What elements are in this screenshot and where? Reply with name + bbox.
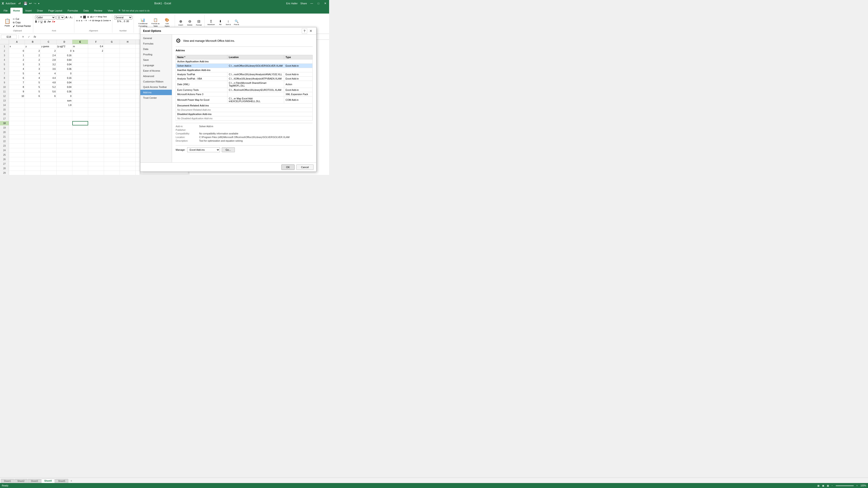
col-header-C[interactable]: C [41,40,57,44]
cell-B20[interactable] [25,130,41,134]
cell-E1[interactable]: m [72,44,88,48]
cell-I14[interactable] [135,103,140,107]
cell-D12[interactable]: 0 [57,94,72,98]
cell-I6[interactable] [135,67,140,71]
cell-E5[interactable] [72,62,88,67]
border-btn[interactable]: ⊞ [44,20,46,23]
cell-D26[interactable] [57,157,72,162]
cell-H16[interactable] [120,112,135,116]
sidebar-item-data[interactable]: Data [141,46,172,52]
cell-I4[interactable] [135,58,140,62]
cell-E13[interactable] [72,98,88,103]
cell-H21[interactable] [120,135,135,139]
cell-G2[interactable] [104,49,120,53]
cell-I25[interactable] [135,153,140,157]
bold-btn[interactable]: B [35,20,37,23]
cell-G27[interactable] [104,162,120,166]
cell-B8[interactable]: 4 [25,76,41,80]
cell-A21[interactable] [9,135,25,139]
cell-G21[interactable] [104,135,120,139]
cell-F7[interactable] [88,71,104,76]
cell-A20[interactable] [9,130,25,134]
cell-A28[interactable] [9,166,25,170]
cell-I1[interactable] [135,44,140,48]
cell-E3[interactable] [72,53,88,58]
comma-btn[interactable]: , [122,20,123,23]
cell-H23[interactable] [120,144,135,148]
cell-C9[interactable]: 4.8 [41,80,57,85]
cell-F15[interactable] [88,107,104,112]
cell-B24[interactable] [25,148,41,153]
cell-F6[interactable] [88,67,104,71]
col-header-B[interactable]: B [25,40,41,44]
col-header-H[interactable]: H [120,40,135,44]
cell-H12[interactable] [120,94,135,98]
ok-button[interactable]: OK [281,164,294,170]
cell-G8[interactable] [104,76,120,80]
cell-B10[interactable]: 5 [25,85,41,89]
table-row[interactable]: Microsoft Power Map for Excel C:\...er M… [176,96,313,103]
cell-H13[interactable] [120,98,135,103]
tab-file[interactable]: File [1,8,10,13]
cell-C21[interactable] [41,135,57,139]
cell-E15[interactable] [72,107,88,112]
cell-D24[interactable] [57,148,72,153]
cell-C17[interactable] [41,117,57,121]
cell-I20[interactable] [135,130,140,134]
cell-C19[interactable] [41,126,57,130]
sidebar-item-trust[interactable]: Trust Center [141,95,172,101]
col-header-F[interactable]: F [88,40,104,44]
merge-center-btn[interactable]: ⊞ Merge & Center ▾ [92,20,111,22]
cell-H19[interactable] [120,126,135,130]
cell-C15[interactable] [41,107,57,112]
cell-A6[interactable]: 4 [9,67,25,71]
cell-A17[interactable] [9,117,25,121]
cell-A13[interactable] [9,98,25,103]
share-btn[interactable]: Share [301,2,307,5]
restore-btn[interactable]: □ [316,1,320,5]
cell-G11[interactable] [104,90,120,94]
cell-G26[interactable] [104,157,120,162]
cell-D4[interactable]: 0.64 [57,58,72,62]
cell-B13[interactable] [25,98,41,103]
cell-E17[interactable] [72,117,88,121]
cell-D11[interactable]: 0.36 [57,90,72,94]
cell-F13[interactable] [88,98,104,103]
cell-A4[interactable]: 2 [9,58,25,62]
tab-draw[interactable]: Draw [34,8,46,13]
cell-H2[interactable] [120,49,135,53]
cell-G17[interactable] [104,117,120,121]
cell-G1[interactable] [104,44,120,48]
minimize-btn[interactable]: — [310,1,314,5]
cancel-button[interactable]: Cancel [296,164,313,170]
paste-button[interactable]: 📋 Paste [3,16,11,29]
cell-G19[interactable] [104,126,120,130]
font-size-select[interactable]: 11 [56,15,64,20]
cell-H26[interactable] [120,157,135,162]
cell-H28[interactable] [120,166,135,170]
cell-E18[interactable] [72,121,88,125]
save-icon[interactable]: 💾 [24,2,27,5]
cell-I13[interactable] [135,98,140,103]
cell-C8[interactable]: 4.4 [41,76,57,80]
cell-E24[interactable] [72,148,88,153]
cell-E26[interactable] [72,157,88,162]
cell-D15[interactable] [57,107,72,112]
cell-A26[interactable] [9,157,25,162]
cell-B21[interactable] [25,135,41,139]
cell-A12[interactable]: 10 [9,94,25,98]
autosum-btn[interactable]: Σ AutoSum [206,17,216,28]
cell-I12[interactable] [135,94,140,98]
cell-F29[interactable] [88,171,104,175]
sidebar-item-formulas[interactable]: Formulas [141,41,172,46]
customize-qat-icon[interactable]: ▾ [38,2,39,5]
cell-B17[interactable] [25,117,41,121]
cell-F12[interactable] [88,94,104,98]
cell-I19[interactable] [135,126,140,130]
cell-I2[interactable] [135,49,140,53]
cell-F28[interactable] [88,166,104,170]
cell-G15[interactable] [104,107,120,112]
cell-I29[interactable] [135,171,140,175]
cell-H22[interactable] [120,139,135,143]
cell-C10[interactable]: 5.2 [41,85,57,89]
